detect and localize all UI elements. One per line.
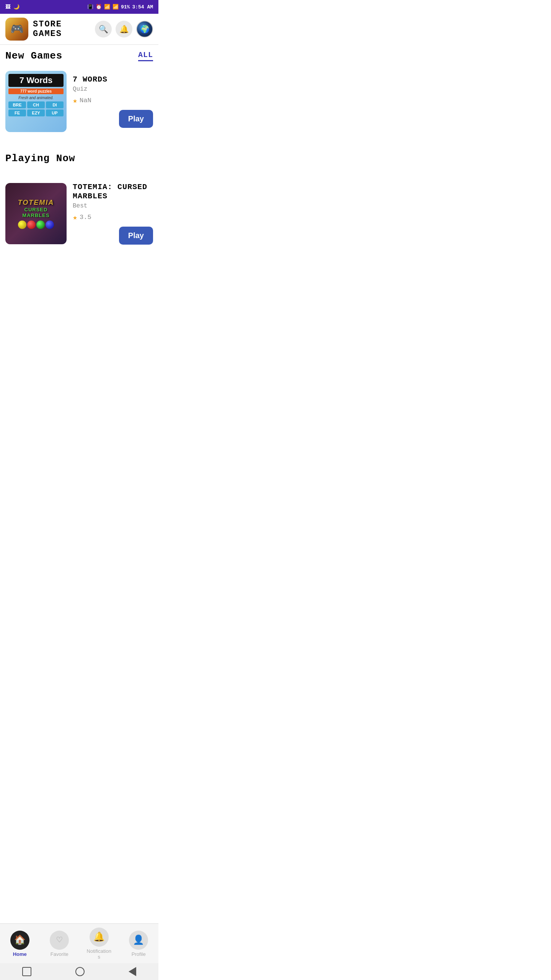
star-icon: ★ — [73, 96, 77, 105]
new-games-header: New Games ALL — [5, 50, 153, 62]
words-grid: BRE CH DI FE EZY UP — [8, 101, 64, 116]
7words-rating: ★ NaN — [73, 96, 153, 105]
time-text: 3:54 AM — [132, 4, 153, 10]
7words-thumbnail: 7 Words 777 word puzzles Fresh and anima… — [5, 71, 67, 132]
status-left: 🖼 🌙 — [5, 4, 20, 10]
header-icons: 🔍 🔔 🌍 — [95, 21, 153, 38]
totemia-subtitle-text: CURSEDMARBLES — [18, 207, 54, 218]
logo-icon: 🎮 — [5, 18, 28, 41]
7words-rating-text: NaN — [80, 97, 91, 104]
status-bar: 🖼 🌙 📳 ⏰ 📶 📶 91% 3:54 AM — [0, 0, 158, 14]
app-logo: 🎮 — [5, 18, 28, 41]
word-tile-ezy: EZY — [27, 109, 45, 116]
totemia-play-button[interactable]: Play — [119, 227, 153, 245]
word-tile-up: UP — [46, 109, 64, 116]
new-games-all-button[interactable]: ALL — [138, 51, 153, 61]
search-button[interactable]: 🔍 — [95, 21, 112, 38]
playing-now-header: Playing Now — [5, 153, 153, 164]
marble-red — [27, 220, 36, 229]
word-tile-ch: CH — [27, 101, 45, 108]
app-title: STORE GAMES — [33, 20, 90, 39]
7words-play-button[interactable]: Play — [119, 110, 153, 128]
alarm-icon: ⏰ — [96, 4, 102, 10]
7words-tagline: Fresh and animated. — [18, 96, 54, 100]
totemia-rating-text: 3.5 — [80, 214, 91, 221]
photo-icon: 🖼 — [5, 4, 10, 10]
battery-text: 91% — [121, 4, 130, 10]
playing-now-title: Playing Now — [5, 153, 75, 164]
word-tile-fe: FE — [8, 109, 26, 116]
totemia-info: TOTEMIA: CURSED MARBLES Best ★ 3.5 Play — [73, 183, 153, 245]
totemia-thumbnail: TOTEMIA CURSEDMARBLES — [5, 183, 67, 244]
avatar[interactable]: 🌍 — [136, 21, 153, 38]
new-games-title: New Games — [5, 50, 62, 62]
signal-icon: 📶 — [112, 4, 119, 10]
word-tile-di: DI — [46, 101, 64, 108]
marble-yellow — [18, 220, 26, 229]
wifi-icon: 📶 — [104, 4, 110, 10]
totemia-genre: Best — [73, 203, 153, 209]
notification-button[interactable]: 🔔 — [116, 21, 132, 38]
vibrate-icon: 📳 — [87, 4, 93, 10]
7words-title-box: 7 Words — [8, 74, 64, 87]
main-content: New Games ALL 7 Words 777 word puzzles F… — [0, 45, 158, 304]
totemia-star-icon: ★ — [73, 212, 77, 222]
7words-subtitle: 777 word puzzles — [8, 88, 64, 94]
totemia-marbles — [18, 220, 54, 229]
header: 🎮 STORE GAMES 🔍 🔔 🌍 — [0, 14, 158, 45]
7words-info: 7 WORDS Quiz ★ NaN Play — [73, 75, 153, 128]
game-card-totemia: TOTEMIA CURSEDMARBLES TOTEMIA: CURSED MA… — [5, 180, 153, 247]
totemia-name: TOTEMIA: CURSED MARBLES — [73, 183, 153, 201]
totemia-rating: ★ 3.5 — [73, 212, 153, 222]
status-right: 📳 ⏰ 📶 📶 91% 3:54 AM — [87, 4, 153, 10]
game-card-7words: 7 Words 777 word puzzles Fresh and anima… — [5, 69, 153, 134]
marble-blue — [46, 220, 54, 229]
7words-name: 7 WORDS — [73, 75, 153, 84]
moon-icon: 🌙 — [13, 4, 20, 10]
marble-green — [36, 220, 45, 229]
totemia-title-text: TOTEMIA — [18, 199, 54, 207]
7words-genre: Quiz — [73, 86, 153, 93]
word-tile-bre: BRE — [8, 101, 26, 108]
